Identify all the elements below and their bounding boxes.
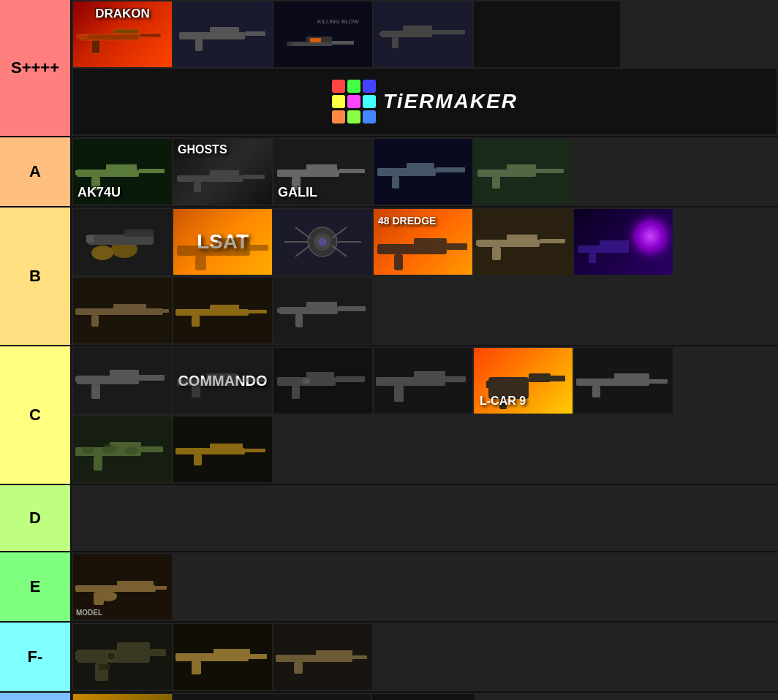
svg-rect-78 — [210, 305, 239, 310]
tier-label-b: B — [0, 208, 72, 345]
tier-label-spppp: S++++ — [0, 0, 72, 136]
svg-rect-7 — [195, 39, 203, 51]
svg-rect-87 — [110, 370, 139, 377]
svg-rect-44 — [124, 229, 154, 237]
svg-rect-73 — [113, 304, 146, 309]
tier-list: S++++ DRAKON — [0, 0, 778, 700]
svg-rect-122 — [175, 448, 245, 454]
list-item: COMMANDO — [173, 348, 272, 414]
tier-label-c: C — [0, 346, 72, 484]
tier-row-d: D — [0, 485, 778, 552]
svg-rect-74 — [91, 315, 99, 327]
list-item: LSAT — [173, 209, 272, 275]
svg-point-58 — [318, 237, 327, 246]
tier-row-b: B LSAT — [0, 208, 778, 346]
list-item — [173, 694, 371, 700]
tiermaker-logo: TiERMAKER — [73, 69, 777, 134]
svg-rect-23 — [139, 169, 165, 173]
list-item — [273, 624, 372, 690]
tier-content-e: MODEL — [72, 552, 778, 621]
list-item: KILLING BLOW — [273, 1, 372, 67]
svg-rect-90 — [75, 376, 80, 382]
list-item — [574, 348, 673, 414]
list-item — [73, 624, 172, 690]
svg-rect-147 — [294, 662, 303, 674]
list-item: AK74U — [73, 139, 172, 205]
list-item — [374, 348, 472, 414]
list-item — [474, 139, 573, 205]
svg-rect-125 — [245, 449, 265, 452]
svg-text:KILLING BLOW: KILLING BLOW — [317, 18, 359, 25]
svg-rect-97 — [292, 386, 300, 399]
tier-content-b: LSAT — [72, 208, 778, 345]
svg-rect-25 — [177, 175, 243, 182]
svg-rect-6 — [210, 27, 239, 33]
svg-rect-46 — [177, 246, 250, 256]
svg-rect-70 — [600, 240, 629, 246]
svg-rect-118 — [141, 446, 163, 452]
tier-content-spppp: DRAKON — [72, 0, 778, 136]
svg-rect-24 — [75, 170, 81, 175]
list-item: GHOSTS — [173, 139, 272, 205]
svg-rect-45 — [86, 235, 94, 243]
tiermaker-grid — [332, 80, 376, 123]
svg-rect-59 — [377, 244, 447, 254]
svg-rect-85 — [277, 308, 282, 313]
list-item — [273, 278, 372, 343]
svg-rect-98 — [336, 376, 365, 382]
svg-rect-47 — [217, 238, 250, 247]
list-item: MODEL — [73, 554, 172, 620]
svg-rect-145 — [276, 655, 352, 662]
tier-row-a: A AK74U GHOSTS — [0, 137, 778, 208]
svg-rect-149 — [276, 655, 282, 660]
list-item — [73, 416, 172, 482]
svg-rect-81 — [279, 307, 338, 314]
tier-label-a: A — [0, 137, 72, 206]
svg-rect-29 — [277, 170, 339, 177]
svg-point-119 — [82, 446, 94, 454]
svg-rect-128 — [117, 581, 154, 586]
svg-rect-124 — [194, 454, 202, 465]
svg-rect-111 — [614, 373, 649, 379]
svg-rect-39 — [492, 177, 500, 189]
list-item — [73, 348, 172, 414]
svg-rect-32 — [339, 169, 365, 173]
svg-rect-109 — [486, 381, 491, 388]
list-item: DRAKON — [73, 1, 172, 67]
svg-rect-130 — [156, 586, 167, 590]
svg-rect-67 — [540, 239, 565, 243]
list-item — [173, 416, 272, 482]
svg-point-41 — [91, 246, 113, 260]
svg-rect-66 — [492, 247, 501, 260]
svg-rect-33 — [377, 168, 436, 176]
svg-rect-96 — [306, 372, 334, 379]
svg-rect-3 — [77, 35, 88, 38]
list-item — [372, 694, 475, 700]
list-item — [374, 139, 472, 205]
svg-rect-80 — [249, 310, 267, 313]
svg-rect-30 — [306, 164, 337, 170]
svg-rect-148 — [352, 655, 367, 659]
svg-rect-37 — [477, 170, 536, 177]
svg-rect-38 — [507, 164, 536, 170]
svg-rect-35 — [392, 176, 399, 189]
svg-point-120 — [102, 444, 117, 453]
svg-rect-65 — [507, 235, 537, 240]
svg-rect-21 — [106, 164, 137, 170]
svg-rect-61 — [394, 254, 403, 270]
svg-rect-20 — [77, 170, 139, 177]
svg-rect-76 — [75, 310, 84, 313]
svg-rect-79 — [192, 316, 200, 327]
svg-rect-112 — [592, 386, 600, 397]
svg-rect-28 — [243, 175, 265, 179]
svg-rect-83 — [295, 314, 303, 327]
tier-label-worst: Worse Than A Turd From My Ass — [0, 693, 72, 700]
svg-rect-106 — [529, 373, 551, 382]
svg-rect-77 — [175, 309, 249, 316]
b-row-1: LSAT — [72, 208, 674, 275]
list-item — [173, 624, 272, 690]
svg-rect-104 — [376, 378, 382, 384]
svg-rect-93 — [192, 386, 200, 397]
list-item — [173, 278, 272, 343]
c-row-2 — [72, 415, 674, 484]
